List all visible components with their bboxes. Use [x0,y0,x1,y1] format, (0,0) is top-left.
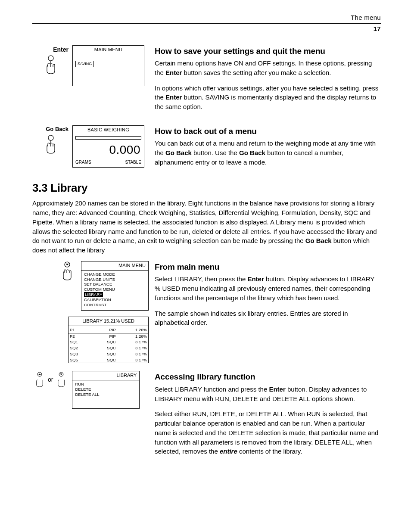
lcd-status: STABLE [125,159,141,166]
row-save-settings: Enter MAIN MENU SAVING How to save your … [32,45,381,118]
menu-item: CUSTOM MENU [84,287,146,292]
para-library-intro: Approximately 200 names can be stored in… [32,199,381,255]
lcd-library-used: LIBRARY 15.21% USED P1PIP1.26%P2PIP1.26%… [68,317,149,364]
lcd-title: LIBRARY 15.21% USED [68,317,148,326]
press-down-hand-icon [58,261,76,281]
menu-item: RUN [75,382,137,387]
table-row: SQ5SQC3.17% [68,357,148,363]
table-row: SQ2SQC3.17% [68,345,148,351]
or-label: or [48,375,53,384]
lcd-title: LIBRARY [72,371,139,380]
lcd-title: MAIN MENU [73,46,144,54]
header-title: The menu [351,14,381,21]
lcd-title: MAIN MENU [81,261,148,271]
press-hand-icon [42,134,60,154]
lcd-reading: 0.000 [73,140,144,159]
hand-label-enter: Enter [32,45,69,54]
para-save-1: Certain menu options have ON and OFF set… [155,59,381,78]
menu-item: CHANGE MODE [84,272,146,277]
para-fmm-2: The sample shown indicates six library e… [155,309,381,328]
press-up-hand-icon [32,371,47,388]
heading-from-main-menu: From main menu [155,261,381,273]
page-number: 17 [32,24,381,34]
para-save-2: In options which offer various settings,… [155,84,381,112]
menu-item: DELETE [75,387,137,392]
para-back-1: You can back out of a menu and return to… [155,139,381,167]
heading-library: 3.3 Library [32,180,381,196]
table-row: SQ1SQC3.17% [68,339,148,345]
table-row: P2PIP1.26% [68,333,148,339]
lcd-main-menu-list: MAIN MENU CHANGE MODECHANGE UNITSSET BAL… [81,261,149,311]
para-acc-1: Select LIBRARY function and press the En… [155,385,381,404]
heading-back-out: How to back out of a menu [155,125,381,137]
lcd-library-submenu: LIBRARY RUNDELETEDELETE ALL [72,371,140,409]
svg-point-0 [48,56,53,61]
para-fmm-1: Select LIBRARY, then press the Enter but… [155,274,381,302]
lcd-basic-weighing: BASIC WEIGHING 0.000 GRAMS STABLE [72,125,144,168]
heading-save-settings: How to save your settings and quit the m… [155,45,381,57]
press-down-hand-icon [54,371,68,388]
svg-point-1 [48,135,53,140]
menu-item: CALIBRATION [84,297,146,302]
menu-item: CHANGE UNITS [84,277,146,282]
row-accessing-library: or LIBRARY RUNDELETEDELETE ALL Accessing… [32,371,381,462]
row-from-main-menu: MAIN MENU CHANGE MODECHANGE UNITSSET BAL… [32,261,381,364]
table-row: SQ3SQC3.17% [68,351,148,357]
row-back-out: Go Back BASIC WEIGHING 0.000 GRAMS STABL… [32,125,381,173]
hand-label-goback: Go Back [32,125,69,134]
lcd-title: BASIC WEIGHING [73,126,144,134]
menu-item: CONTRAST [84,302,146,308]
heading-accessing-library: Accessing library function [155,371,381,383]
lcd-saving-tag: SAVING [75,61,94,67]
press-hand-icon [42,55,60,75]
table-row: P1PIP1.26% [68,327,148,333]
menu-item: SET BALANCE [84,282,146,287]
lcd-main-menu-saving: MAIN MENU SAVING [72,45,144,87]
menu-item: DELETE ALL [75,392,137,397]
para-acc-2: Select either RUN, DELETE, or DELETE ALL… [155,409,381,456]
menu-item: LIBRARY [84,292,103,297]
lcd-unit: GRAMS [75,159,91,166]
lcd-progress-bar [75,136,141,140]
page-header: The menu [32,13,381,24]
